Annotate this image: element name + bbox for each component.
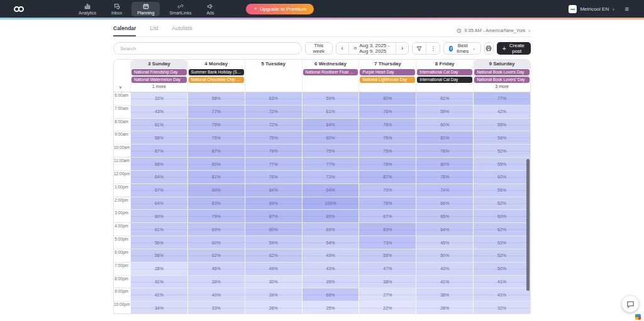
- heatmap-cell[interactable]: 60%: [473, 171, 530, 183]
- vertical-scrollbar[interactable]: [526, 93, 530, 313]
- heatmap-cell[interactable]: 81%: [416, 131, 473, 144]
- heatmap-cell[interactable]: 63%: [245, 92, 302, 105]
- heatmap-cell[interactable]: 28%: [416, 302, 473, 314]
- heatmap-cell[interactable]: 61%: [130, 223, 187, 236]
- heatmap-cell[interactable]: 62%: [245, 249, 302, 262]
- heatmap-cell[interactable]: 89%: [302, 210, 359, 222]
- event-chip[interactable]: International Cat Day: [417, 69, 472, 75]
- heatmap-cell[interactable]: 78%: [358, 197, 416, 210]
- heatmap-cell[interactable]: 66%: [302, 288, 359, 301]
- heatmap-cell[interactable]: 83%: [187, 197, 245, 210]
- heatmap-cell[interactable]: 80%: [187, 158, 245, 170]
- heatmap-cell[interactable]: 40%: [187, 288, 245, 301]
- heatmap-cell[interactable]: 58%: [358, 249, 416, 262]
- heatmap-cell[interactable]: 79%: [245, 144, 302, 157]
- heatmap-cell[interactable]: 62%: [473, 223, 530, 236]
- heatmap-cell[interactable]: 67%: [358, 210, 416, 222]
- nav-item-ads[interactable]: Ads: [201, 2, 219, 16]
- heatmap-cell[interactable]: 41%: [473, 276, 530, 288]
- heatmap-cell[interactable]: 80%: [245, 223, 302, 236]
- heatmap-cell[interactable]: 55%: [473, 119, 530, 131]
- heatmap-cell[interactable]: 54%: [302, 236, 359, 249]
- event-chip[interactable]: National Lighthouse Day: [360, 77, 415, 83]
- heatmap-cell[interactable]: 69%: [302, 223, 359, 236]
- heatmap-cell[interactable]: 53%: [473, 236, 530, 249]
- heatmap-cell[interactable]: 61%: [416, 92, 473, 105]
- heatmap-cell[interactable]: 76%: [416, 144, 473, 157]
- heatmap-cell[interactable]: 30%: [245, 276, 302, 288]
- heatmap-cell[interactable]: 41%: [130, 288, 187, 301]
- heatmap-cell[interactable]: 66%: [416, 197, 473, 210]
- event-chip[interactable]: National Rootbeer Float Day: [303, 69, 358, 75]
- tab-list[interactable]: List: [150, 25, 158, 36]
- event-chip[interactable]: National Book Lovers Day: [474, 69, 530, 75]
- heatmap-cell[interactable]: 83%: [358, 223, 416, 236]
- heatmap-cell[interactable]: 72%: [245, 119, 302, 131]
- event-chip[interactable]: National Friendship Day: [131, 69, 187, 75]
- search-input[interactable]: [113, 42, 302, 55]
- heatmap-cell[interactable]: 100%: [302, 197, 359, 210]
- more-events-link[interactable]: 3 more: [474, 84, 530, 89]
- heatmap-cell[interactable]: 80%: [302, 131, 359, 144]
- heatmap-cell[interactable]: 78%: [358, 119, 416, 131]
- scrollbar-thumb[interactable]: [526, 159, 530, 291]
- heatmap-cell[interactable]: 50%: [416, 249, 473, 262]
- heatmap-cell[interactable]: 75%: [187, 131, 245, 144]
- heatmap-cell[interactable]: 59%: [416, 106, 473, 118]
- heatmap-cell[interactable]: 80%: [416, 158, 473, 170]
- heatmap-cell[interactable]: 87%: [245, 210, 302, 222]
- heatmap-cell[interactable]: 75%: [358, 131, 416, 144]
- more-options-button[interactable]: ⋮: [426, 43, 440, 54]
- heatmap-cell[interactable]: 47%: [358, 263, 416, 275]
- heatmap-cell[interactable]: 75%: [187, 119, 245, 131]
- heatmap-cell[interactable]: 87%: [187, 144, 245, 157]
- heatmap-cell[interactable]: 67%: [130, 184, 187, 197]
- event-chip[interactable]: Summer Bank Holiday (Scotl...: [189, 69, 244, 75]
- upgrade-premium-button[interactable]: ✦ Upgrade to Premium: [246, 4, 314, 14]
- heatmap-cell[interactable]: 22%: [358, 302, 416, 314]
- chat-widget-button[interactable]: [622, 296, 638, 312]
- event-chip[interactable]: International Cat Day: [417, 77, 472, 83]
- expand-allday-icon[interactable]: ∨: [119, 85, 122, 90]
- nav-item-planning[interactable]: Planning: [131, 2, 160, 16]
- heatmap-cell[interactable]: 39%: [187, 276, 245, 288]
- heatmap-cell[interactable]: 60%: [187, 236, 245, 249]
- heatmap-cell[interactable]: 43%: [302, 263, 359, 275]
- heatmap-cell[interactable]: 41%: [416, 276, 473, 288]
- heatmap-cell[interactable]: 38%: [416, 288, 473, 301]
- event-chip[interactable]: National Watermelon Day: [131, 77, 187, 83]
- heatmap-cell[interactable]: 74%: [416, 184, 473, 197]
- heatmap-cell[interactable]: 89%: [245, 197, 302, 210]
- heatmap-cell[interactable]: 28%: [245, 302, 302, 314]
- heatmap-cell[interactable]: 27%: [358, 288, 416, 301]
- best-times-button[interactable]: f Best times ∨: [443, 42, 481, 55]
- heatmap-cell[interactable]: 49%: [245, 263, 302, 275]
- prev-week-button[interactable]: ‹: [336, 43, 348, 54]
- heatmap-cell[interactable]: 90%: [187, 184, 245, 197]
- heatmap-cell[interactable]: 59%: [245, 236, 302, 249]
- heatmap-cell[interactable]: 65%: [416, 210, 473, 222]
- heatmap-cell[interactable]: 64%: [130, 197, 187, 210]
- nav-item-inbox[interactable]: Inbox: [106, 2, 128, 16]
- heatmap-cell[interactable]: 80%: [358, 92, 416, 105]
- heatmap-cell[interactable]: 64%: [416, 223, 473, 236]
- tab-calendar[interactable]: Calendar: [113, 25, 136, 36]
- heatmap-cell[interactable]: 39%: [245, 288, 302, 301]
- tab-autolists[interactable]: Autolists: [172, 25, 192, 36]
- more-events-link[interactable]: 1 more: [131, 84, 187, 89]
- next-week-button[interactable]: ›: [396, 43, 408, 54]
- heatmap-cell[interactable]: 59%: [302, 92, 359, 105]
- heatmap-cell[interactable]: 77%: [302, 158, 359, 170]
- heatmap-cell[interactable]: 67%: [130, 144, 187, 157]
- heatmap-cell[interactable]: 49%: [302, 249, 359, 262]
- create-post-button[interactable]: + Create post: [497, 42, 531, 55]
- menu-icon[interactable]: ≡: [625, 5, 629, 13]
- heatmap-cell[interactable]: 60%: [130, 210, 187, 222]
- heatmap-cell[interactable]: 76%: [358, 106, 416, 118]
- heatmap-cell[interactable]: 58%: [187, 92, 245, 105]
- heatmap-cell[interactable]: 62%: [187, 249, 245, 262]
- heatmap-cell[interactable]: 76%: [245, 171, 302, 183]
- filter-button[interactable]: [413, 43, 426, 54]
- heatmap-cell[interactable]: 41%: [130, 276, 187, 288]
- heatmap-cell[interactable]: 78%: [358, 158, 416, 170]
